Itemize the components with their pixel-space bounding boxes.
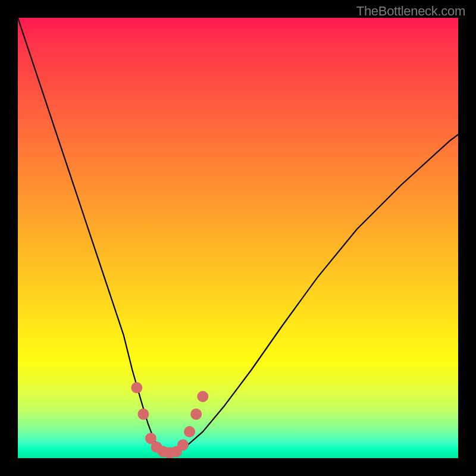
highlight-dot [197, 391, 208, 402]
highlight-dot [137, 409, 149, 420]
bottleneck-curve-line [18, 18, 458, 454]
highlight-dot [131, 382, 142, 393]
highlight-dot [184, 426, 195, 437]
bottleneck-chart [18, 18, 458, 458]
highlight-dots-group [131, 382, 208, 458]
watermark-text: TheBottleneck.com [356, 4, 465, 19]
highlight-dot [190, 409, 202, 420]
highlight-dot [177, 439, 189, 450]
